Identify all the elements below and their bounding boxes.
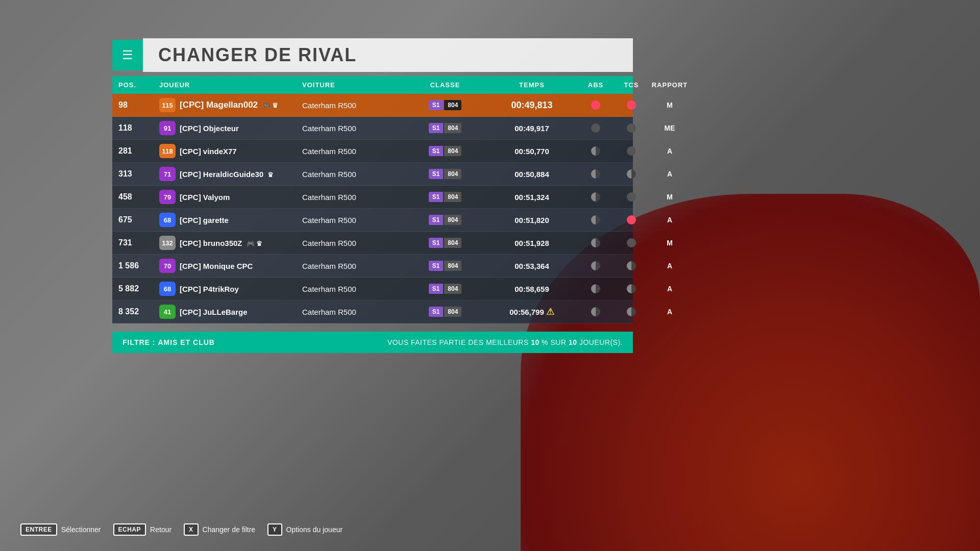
table-header: POS. JOUEUR VOITURE CLASSE TEMPS ABS TCS… bbox=[112, 76, 633, 94]
class-rating: 804 bbox=[444, 307, 461, 317]
abs-cell bbox=[578, 192, 614, 202]
player-name: [CPC] Monique CPC bbox=[180, 262, 253, 270]
rapport-cell: M bbox=[649, 239, 690, 247]
filter-sur: % SUR bbox=[540, 338, 569, 346]
classe-cell: S1804 bbox=[404, 192, 486, 202]
class-s1: S1 bbox=[429, 123, 444, 133]
table-row[interactable]: 118 91 [CPC] Objecteur Caterham R500 S18… bbox=[112, 117, 633, 140]
table-row[interactable]: 8 352 41 [CPC] JuLLeBarge Caterham R500 … bbox=[112, 300, 633, 323]
temps-cell: 00:49,813 bbox=[486, 100, 578, 111]
header-icon: ☰ bbox=[112, 40, 143, 70]
classe-cell: S1804 bbox=[404, 123, 486, 133]
col-voiture: VOITURE bbox=[302, 81, 404, 89]
control-item: ENTREE Sélectionner bbox=[20, 523, 101, 536]
col-classe: CLASSE bbox=[404, 81, 486, 89]
table-row[interactable]: 1 586 70 [CPC] Monique CPC Caterham R500… bbox=[112, 255, 633, 278]
player-cell: 68 [CPC] garette bbox=[159, 213, 302, 227]
abs-dot bbox=[591, 123, 600, 133]
tcs-dot bbox=[627, 123, 636, 133]
classe-cell: S1804 bbox=[404, 307, 486, 317]
temps-cell: 00:49,917 bbox=[486, 124, 578, 133]
player-cell: 91 [CPC] Objecteur bbox=[159, 121, 302, 135]
tcs-cell bbox=[614, 192, 649, 202]
temps-cell: 00:56,799⚠ bbox=[486, 306, 578, 317]
tcs-cell bbox=[614, 101, 649, 110]
tcs-dot bbox=[627, 261, 636, 270]
player-cell: 70 [CPC] Monique CPC bbox=[159, 259, 302, 273]
voiture-cell: Caterham R500 bbox=[302, 308, 404, 316]
table-row[interactable]: 98 115 [CPC] Magellan002 🎮 ♛ Caterham R5… bbox=[112, 94, 633, 117]
voiture-cell: Caterham R500 bbox=[302, 147, 404, 156]
filter-label: FILTRE : bbox=[122, 338, 158, 346]
abs-cell bbox=[578, 261, 614, 270]
temps-cell: 00:51,928 bbox=[486, 239, 578, 247]
table-row[interactable]: 458 79 [CPC] Valyom Caterham R500 S1804 … bbox=[112, 186, 633, 209]
voiture-cell: Caterham R500 bbox=[302, 124, 404, 133]
table-body: 98 115 [CPC] Magellan002 🎮 ♛ Caterham R5… bbox=[112, 94, 633, 323]
rapport-cell: M bbox=[649, 193, 690, 201]
table-row[interactable]: 5 882 68 [CPC] P4trikRoy Caterham R500 S… bbox=[112, 278, 633, 300]
classe-cell: S1804 bbox=[404, 238, 486, 248]
class-s1: S1 bbox=[429, 192, 444, 202]
class-s1: S1 bbox=[429, 146, 444, 156]
pos-cell: 118 bbox=[118, 123, 159, 133]
player-cell: 115 [CPC] Magellan002 🎮 ♛ bbox=[159, 98, 302, 112]
abs-cell bbox=[578, 238, 614, 247]
pos-cell: 313 bbox=[118, 169, 159, 179]
rapport-cell: A bbox=[649, 262, 690, 270]
classe-cell: S1804 bbox=[404, 169, 486, 179]
header: ☰ CHANGER DE RIVAL bbox=[112, 38, 633, 72]
class-rating: 804 bbox=[444, 284, 461, 294]
rapport-cell: A bbox=[649, 308, 690, 316]
player-cell: 118 [CPC] vindeX77 bbox=[159, 144, 302, 158]
class-rating: 804 bbox=[444, 169, 461, 179]
class-s1: S1 bbox=[429, 169, 444, 179]
tcs-dot bbox=[627, 146, 636, 156]
col-pos: POS. bbox=[118, 81, 159, 89]
table-row[interactable]: 281 118 [CPC] vindeX77 Caterham R500 S18… bbox=[112, 140, 633, 163]
tcs-dot bbox=[627, 238, 636, 247]
pos-cell: 675 bbox=[118, 215, 159, 224]
abs-cell bbox=[578, 169, 614, 179]
abs-dot bbox=[591, 215, 600, 224]
voiture-cell: Caterham R500 bbox=[302, 239, 404, 247]
filter-stats: VOUS FAITES PARTIE DES MEILLEURS 10 % SU… bbox=[387, 338, 623, 346]
voiture-cell: Caterham R500 bbox=[302, 216, 404, 224]
key-badge[interactable]: X bbox=[184, 523, 199, 536]
player-name: [CPC] Objecteur bbox=[180, 124, 239, 133]
level-badge: 79 bbox=[159, 190, 176, 204]
rapport-cell: A bbox=[649, 285, 690, 293]
voiture-cell: Caterham R500 bbox=[302, 262, 404, 270]
key-badge[interactable]: ENTREE bbox=[20, 523, 57, 536]
tcs-dot bbox=[627, 284, 636, 293]
key-badge[interactable]: Y bbox=[267, 523, 282, 536]
abs-dot bbox=[591, 238, 600, 247]
abs-dot bbox=[591, 307, 600, 316]
table-row[interactable]: 313 71 [CPC] HeraldicGuide30 ♛ Caterham … bbox=[112, 163, 633, 186]
player-name: [CPC] vindeX77 bbox=[180, 147, 237, 156]
control-item: X Changer de filtre bbox=[184, 523, 255, 536]
table-row[interactable]: 731 132 [CPC] bruno350Z 🎮 ♛ Caterham R50… bbox=[112, 232, 633, 255]
class-rating: 804 bbox=[444, 123, 461, 133]
key-badge[interactable]: ECHAP bbox=[113, 523, 146, 536]
class-s1: S1 bbox=[429, 284, 444, 294]
level-badge: 132 bbox=[159, 236, 176, 250]
classe-cell: S1804 bbox=[404, 215, 486, 225]
abs-dot bbox=[591, 261, 600, 270]
voiture-cell: Caterham R500 bbox=[302, 170, 404, 179]
rapport-cell: M bbox=[649, 101, 690, 109]
level-badge: 115 bbox=[159, 98, 176, 112]
level-badge: 71 bbox=[159, 167, 176, 181]
filter-left: FILTRE : AMIS ET CLUB bbox=[122, 338, 215, 347]
control-item: ECHAP Retour bbox=[113, 523, 172, 536]
tcs-dot bbox=[627, 215, 636, 224]
player-icons: ♛ bbox=[267, 171, 274, 179]
key-label: Changer de filtre bbox=[203, 525, 256, 534]
pos-cell: 281 bbox=[118, 146, 159, 156]
tcs-cell bbox=[614, 261, 649, 270]
player-cell: 68 [CPC] P4trikRoy bbox=[159, 282, 302, 296]
rapport-cell: ME bbox=[649, 124, 690, 132]
player-name: [CPC] Magellan002 🎮 ♛ bbox=[180, 100, 278, 110]
table-row[interactable]: 675 68 [CPC] garette Caterham R500 S1804… bbox=[112, 209, 633, 232]
rapport-cell: A bbox=[649, 216, 690, 224]
